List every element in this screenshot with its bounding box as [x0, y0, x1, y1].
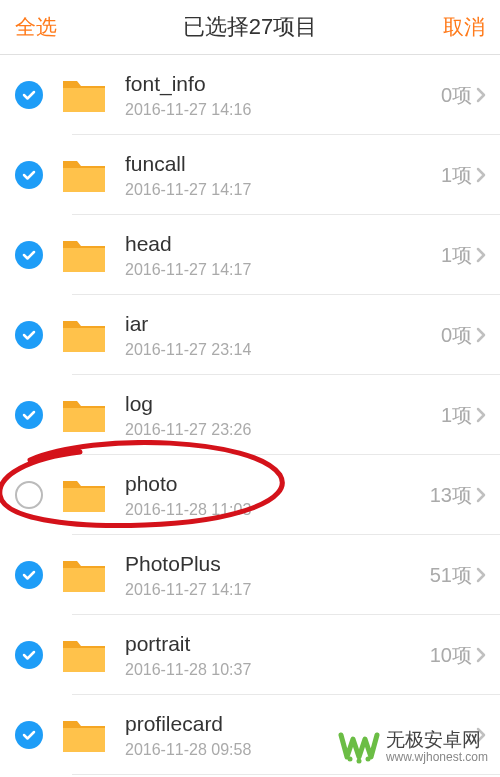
item-date: 2016-11-27 14:16 [125, 101, 441, 119]
list-item[interactable]: PhotoPlus2016-11-27 14:1751项 [0, 535, 500, 615]
list-item[interactable]: portrait2016-11-28 10:3710项 [0, 615, 500, 695]
item-count: 0项 [441, 82, 472, 109]
chevron-right-icon [476, 407, 486, 423]
chevron-right-icon [476, 487, 486, 503]
svg-point-1 [356, 759, 361, 764]
item-info: font_info2016-11-27 14:16 [125, 71, 441, 118]
item-date: 2016-11-27 14:17 [125, 261, 441, 279]
watermark-url: www.wjhonest.com [386, 751, 488, 764]
checkbox[interactable] [15, 321, 43, 349]
folder-icon [61, 476, 107, 514]
folder-icon [61, 156, 107, 194]
checkbox[interactable] [15, 721, 43, 749]
item-name: log [125, 391, 441, 416]
chevron-right-icon [476, 87, 486, 103]
item-date: 2016-11-27 14:17 [125, 181, 441, 199]
item-date: 2016-11-27 23:26 [125, 421, 441, 439]
watermark-title: 无极安卓网 [386, 730, 488, 751]
chevron-right-icon [476, 567, 486, 583]
file-list: font_info2016-11-27 14:160项 funcall2016-… [0, 55, 500, 775]
item-info: PhotoPlus2016-11-27 14:17 [125, 551, 430, 598]
svg-point-2 [365, 757, 370, 762]
item-name: iar [125, 311, 441, 336]
item-count: 1项 [441, 242, 472, 269]
item-info: portrait2016-11-28 10:37 [125, 631, 430, 678]
item-date: 2016-11-27 23:14 [125, 341, 441, 359]
item-name: photo [125, 471, 430, 496]
item-info: head2016-11-27 14:17 [125, 231, 441, 278]
item-count: 0项 [441, 322, 472, 349]
item-count: 51项 [430, 562, 472, 589]
item-date: 2016-11-28 11:03 [125, 501, 430, 519]
svg-point-0 [347, 757, 352, 762]
item-info: funcall2016-11-27 14:17 [125, 151, 441, 198]
checkbox[interactable] [15, 401, 43, 429]
folder-icon [61, 396, 107, 434]
checkbox[interactable] [15, 561, 43, 589]
chevron-right-icon [476, 647, 486, 663]
item-info: iar2016-11-27 23:14 [125, 311, 441, 358]
list-item[interactable]: photo2016-11-28 11:0313项 [0, 455, 500, 535]
chevron-right-icon [476, 327, 486, 343]
checkbox[interactable] [15, 641, 43, 669]
list-item[interactable]: iar2016-11-27 23:140项 [0, 295, 500, 375]
item-name: funcall [125, 151, 441, 176]
cancel-button[interactable]: 取消 [443, 13, 485, 41]
page-title: 已选择27项目 [183, 12, 317, 42]
folder-icon [61, 236, 107, 274]
list-item[interactable]: head2016-11-27 14:171项 [0, 215, 500, 295]
item-name: head [125, 231, 441, 256]
item-name: font_info [125, 71, 441, 96]
item-date: 2016-11-27 14:17 [125, 581, 430, 599]
header: 全选 已选择27项目 取消 [0, 0, 500, 55]
select-all-button[interactable]: 全选 [15, 13, 57, 41]
item-count: 10项 [430, 642, 472, 669]
chevron-right-icon [476, 247, 486, 263]
folder-icon [61, 636, 107, 674]
list-item[interactable]: log2016-11-27 23:261项 [0, 375, 500, 455]
item-name: PhotoPlus [125, 551, 430, 576]
checkbox[interactable] [15, 161, 43, 189]
list-item[interactable]: funcall2016-11-27 14:171项 [0, 135, 500, 215]
folder-icon [61, 76, 107, 114]
folder-icon [61, 556, 107, 594]
watermark-logo-icon [338, 729, 380, 765]
folder-icon [61, 716, 107, 754]
item-info: log2016-11-27 23:26 [125, 391, 441, 438]
item-name: portrait [125, 631, 430, 656]
list-item[interactable]: font_info2016-11-27 14:160项 [0, 55, 500, 135]
chevron-right-icon [476, 167, 486, 183]
checkbox[interactable] [15, 241, 43, 269]
checkbox[interactable] [15, 81, 43, 109]
checkbox[interactable] [15, 481, 43, 509]
item-count: 1项 [441, 402, 472, 429]
item-date: 2016-11-28 10:37 [125, 661, 430, 679]
watermark: 无极安卓网 www.wjhonest.com [338, 729, 488, 765]
folder-icon [61, 316, 107, 354]
item-count: 13项 [430, 482, 472, 509]
item-info: photo2016-11-28 11:03 [125, 471, 430, 518]
item-count: 1项 [441, 162, 472, 189]
